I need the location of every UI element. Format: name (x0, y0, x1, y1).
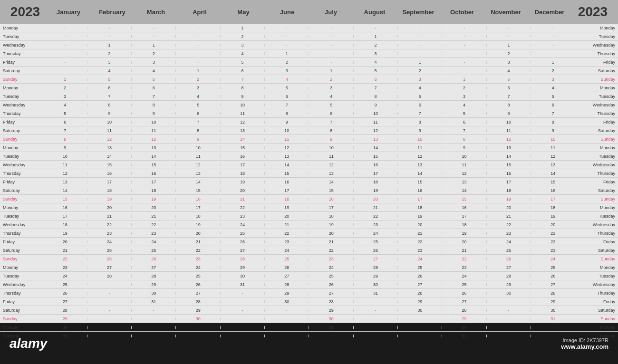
day-label-left-27: Sunday (0, 257, 43, 261)
cell-r33-m5: · (265, 308, 309, 313)
cell-r17-m4: 18 (220, 171, 264, 176)
cell-r24-m8: 21 (398, 231, 442, 236)
cell-r28-m2: 27 (132, 265, 176, 270)
day-label-left-9: Wednesday (0, 103, 43, 107)
cell-r22-m4: 23 (220, 214, 264, 219)
cell-r17-m1: 16 (87, 171, 131, 176)
cell-r26-m7: 26 (353, 248, 397, 253)
cell-r32-m9: 27 (442, 299, 486, 304)
cal-row-31: Thursday26·3027·29273128263028Thursday (0, 289, 618, 297)
cal-row-28: Monday232727242926242825232725Monday (0, 263, 618, 272)
cell-r36-m1: · (87, 334, 131, 338)
header-month-november: November (484, 9, 528, 16)
cell-r13-m2: 12 (132, 137, 176, 142)
cell-r34-m8: · (398, 316, 442, 321)
cell-r2-m6: · (309, 43, 353, 48)
cell-r19-m5: 17 (265, 188, 309, 193)
cell-r27-m4: 28 (220, 257, 264, 261)
cell-r24-m3: 20 (176, 231, 220, 236)
day-label-left-6: Sunday (0, 77, 43, 82)
cal-row-35: Monday30·····31··30··Monday (0, 323, 618, 332)
cell-r23-m7: 23 (353, 222, 397, 227)
cell-r35-m7: · (353, 325, 397, 330)
cell-r23-m3: 19 (176, 222, 220, 227)
header-month-august: August (353, 9, 396, 16)
cell-r25-m3: 21 (176, 239, 220, 244)
cell-r19-m8: 16 (398, 188, 442, 193)
cell-r6-m8: 3 (398, 77, 442, 82)
cell-r12-m2: 11 (132, 128, 176, 133)
cell-r0-m3: · (176, 26, 220, 30)
cell-r5-m0: · (43, 68, 87, 73)
cell-r4-m1: 3 (87, 60, 131, 65)
day-label-right-2: Wednesday (575, 43, 618, 48)
cell-r0-m1: · (87, 26, 131, 30)
day-label-left-8: Tuesday (0, 94, 43, 99)
months-row-2: ·11·3··2··1· (43, 43, 575, 48)
cell-r31-m4: · (220, 291, 264, 296)
cell-r18-m9: 13 (442, 180, 486, 184)
cell-r18-m4: 19 (220, 180, 264, 184)
cell-r25-m8: 22 (398, 239, 442, 244)
cell-r20-m0: 15 (43, 197, 87, 201)
cell-r26-m11: 23 (531, 248, 575, 253)
cell-r32-m0: 27 (43, 299, 87, 304)
cell-r11-m9: 6 (442, 120, 486, 125)
day-label-right-31: Thursday (575, 291, 618, 296)
cell-r8-m9: 3 (442, 94, 486, 99)
cell-r21-m1: 20 (87, 205, 131, 210)
cell-r6-m6: 2 (309, 77, 353, 82)
cell-r29-m0: 24 (43, 274, 87, 278)
day-label-right-27: Sunday (575, 257, 618, 261)
cell-r30-m10: 29 (486, 282, 531, 287)
cal-row-30: Wednesday25·29263128263027252927Wednesda… (0, 280, 618, 289)
cell-r22-m5: 20 (265, 214, 309, 219)
cal-row-1: Tuesday····2··1····Tuesday (0, 32, 618, 41)
day-label-right-21: Monday (575, 205, 618, 210)
cell-r0-m8: · (398, 26, 442, 30)
cell-r14-m5: 12 (265, 145, 309, 150)
cell-r15-m9: 10 (442, 154, 486, 159)
cell-r7-m11: 4 (531, 86, 575, 90)
cell-r11-m7: 11 (353, 120, 397, 125)
cell-r30-m3: 26 (176, 282, 220, 287)
cell-r30-m7: 30 (353, 282, 397, 287)
cell-r20-m9: 15 (442, 197, 486, 201)
cell-r25-m9: 20 (442, 239, 486, 244)
day-label-left-14: Monday (0, 145, 43, 150)
cell-r6-m11: 3 (531, 77, 575, 82)
cell-r6-m4: 7 (220, 77, 264, 82)
cell-r18-m5: 16 (265, 180, 309, 184)
cell-r19-m4: 20 (220, 188, 264, 193)
cell-r14-m6: 10 (309, 145, 353, 150)
cell-r11-m10: 10 (486, 120, 531, 125)
day-label-left-13: Sunday (0, 137, 43, 142)
months-row-0: ····1······· (43, 26, 575, 30)
cell-r31-m6: 27 (309, 291, 353, 296)
cell-r8-m11: 5 (531, 94, 575, 99)
cell-r4-m6: · (309, 60, 353, 65)
cell-r16-m2: 15 (132, 163, 176, 167)
cell-r31-m0: 26 (43, 291, 87, 296)
cell-r9-m10: 8 (486, 103, 531, 107)
day-label-right-16: Wednesday (575, 163, 618, 167)
cell-r17-m3: 13 (176, 171, 220, 176)
months-row-35: 30·····31··30·· (43, 325, 575, 330)
cell-r17-m7: 17 (353, 171, 397, 176)
cell-r24-m5: 22 (265, 231, 309, 236)
months-row-15: 101414111613111512101412 (43, 154, 575, 159)
cal-row-34: Sunday29··30··30··29·31Sunday (0, 315, 618, 323)
cell-r4-m3: · (176, 60, 220, 65)
cell-r6-m10: 5 (486, 77, 531, 82)
months-row-18: 131717141916141815131715 (43, 180, 575, 184)
cell-r21-m9: 16 (442, 205, 486, 210)
cell-r13-m6: 9 (309, 137, 353, 142)
cell-r0-m2: · (132, 26, 176, 30)
cell-r2-m0: · (43, 43, 87, 48)
cell-r1-m7: 1 (353, 34, 397, 39)
months-row-19: 141818152017151916141816 (43, 188, 575, 193)
cell-r35-m5: · (265, 325, 309, 330)
cell-r15-m1: 14 (87, 154, 131, 159)
day-label-right-5: Saturday (575, 68, 618, 73)
cell-r36-m10: · (486, 334, 531, 338)
